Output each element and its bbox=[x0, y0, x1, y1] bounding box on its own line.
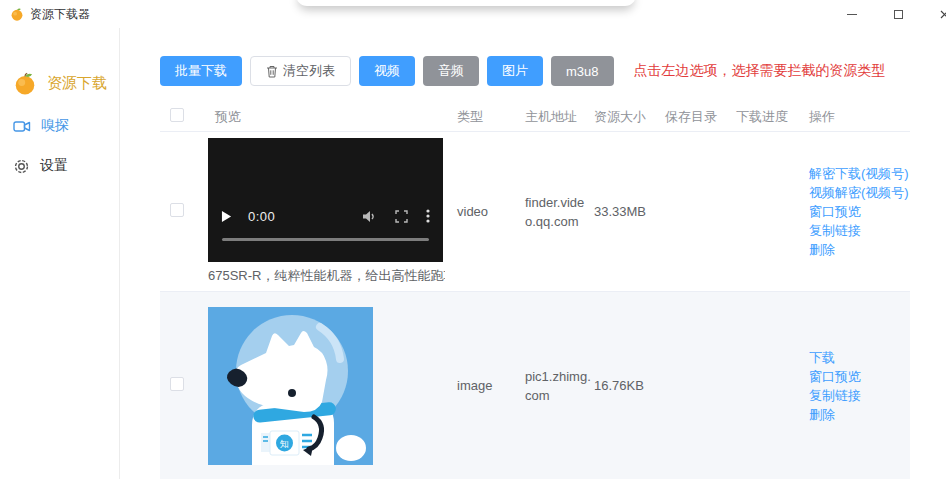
close-icon bbox=[940, 10, 946, 19]
video-time: 0:00 bbox=[248, 209, 275, 224]
video-progress-bar[interactable] bbox=[222, 238, 429, 241]
titlebar-left: 资源下载器 bbox=[10, 6, 90, 23]
action-delete[interactable]: 删除 bbox=[809, 240, 910, 259]
orange-logo-icon bbox=[13, 71, 37, 95]
header-type: 类型 bbox=[452, 108, 525, 126]
toolbar: 批量下载 清空列表 视频 音频 图片 m3u8 点击左边选项，选择需要拦截的资源… bbox=[160, 56, 946, 86]
minimize-icon bbox=[847, 14, 857, 15]
filter-video-button[interactable]: 视频 bbox=[359, 56, 415, 86]
cell-host: pic1.zhimg.com bbox=[525, 367, 594, 405]
video-controls-bar: 0:00 bbox=[208, 203, 443, 229]
action-decrypt-download[interactable]: 解密下载(视频号) bbox=[809, 164, 910, 183]
clear-list-button[interactable]: 清空列表 bbox=[250, 56, 351, 86]
action-download[interactable]: 下载 bbox=[809, 348, 910, 367]
cell-size: 33.33MB bbox=[594, 204, 665, 219]
video-preview-player[interactable]: 0:00 bbox=[208, 138, 443, 262]
select-all-checkbox[interactable] bbox=[170, 108, 184, 122]
minimize-button[interactable] bbox=[845, 7, 859, 21]
header-preview: 预览 bbox=[208, 108, 452, 126]
sidebar-item-resource-download[interactable]: 资源下载 bbox=[0, 60, 119, 106]
volume-icon[interactable] bbox=[362, 210, 377, 223]
header-save-dir: 保存目录 bbox=[665, 108, 736, 126]
table-row: 知 image pic1.zhimg.com 16.76KB bbox=[160, 292, 910, 479]
video-caption: 675SR-R，纯粹性能机器，给出高性能跑车的标 bbox=[208, 267, 445, 285]
maximize-button[interactable] bbox=[891, 7, 905, 21]
action-window-preview[interactable]: 窗口预览 bbox=[809, 202, 910, 221]
sidebar-item-sniff[interactable]: 嗅探 bbox=[0, 106, 119, 146]
header-host: 主机地址 bbox=[525, 107, 594, 126]
top-shadow-decoration bbox=[296, 0, 636, 6]
sidebar-item-label: 资源下载 bbox=[47, 74, 107, 93]
gear-icon bbox=[13, 158, 30, 175]
titlebar: 资源下载器 bbox=[0, 0, 946, 28]
header-operations: 操作 bbox=[809, 108, 910, 126]
preview-cell: 知 bbox=[208, 307, 452, 465]
cell-size: 16.76KB bbox=[594, 378, 665, 393]
cell-type: video bbox=[452, 204, 525, 219]
header-size: 资源大小 bbox=[594, 108, 665, 126]
cell-host: finder.video.qq.com bbox=[525, 193, 594, 231]
resource-table: 预览 类型 主机地址 资源大小 保存目录 下载进度 操作 bbox=[160, 102, 910, 479]
close-button[interactable] bbox=[937, 7, 946, 21]
filter-m3u8-button[interactable]: m3u8 bbox=[551, 56, 614, 86]
maximize-icon bbox=[894, 10, 903, 19]
sidebar-item-label: 设置 bbox=[40, 157, 68, 175]
action-window-preview[interactable]: 窗口预览 bbox=[809, 367, 910, 386]
table-header: 预览 类型 主机地址 资源大小 保存目录 下载进度 操作 bbox=[160, 102, 910, 132]
sidebar: 资源下载 嗅探 设置 bbox=[0, 28, 120, 479]
zhihu-badge-text: 知 bbox=[280, 438, 289, 448]
overflow-menu-icon[interactable] bbox=[426, 209, 430, 223]
row-checkbox[interactable] bbox=[170, 203, 184, 217]
fullscreen-icon[interactable] bbox=[395, 210, 408, 223]
trash-icon bbox=[266, 65, 278, 78]
image-preview-zhihu-mascot[interactable]: 知 bbox=[208, 307, 373, 465]
video-camera-icon bbox=[13, 119, 31, 134]
action-delete[interactable]: 删除 bbox=[809, 405, 910, 424]
operations-cell: 下载 窗口预览 复制链接 删除 bbox=[809, 348, 910, 424]
action-copy-link[interactable]: 复制链接 bbox=[809, 221, 910, 240]
clear-list-label: 清空列表 bbox=[283, 62, 335, 80]
batch-download-button[interactable]: 批量下载 bbox=[160, 56, 242, 86]
cell-type: image bbox=[452, 378, 525, 393]
row-checkbox[interactable] bbox=[170, 377, 184, 391]
sidebar-item-label: 嗅探 bbox=[41, 117, 69, 135]
app-icon bbox=[10, 7, 24, 21]
sidebar-item-settings[interactable]: 设置 bbox=[0, 146, 119, 186]
operations-cell: 解密下载(视频号) 视频解密(视频号) 窗口预览 复制链接 删除 bbox=[809, 164, 910, 259]
content-area: 资源下载 嗅探 设置 bbox=[0, 28, 946, 479]
window-controls bbox=[845, 7, 946, 21]
main-panel: 批量下载 清空列表 视频 音频 图片 m3u8 点击左边选项，选择需要拦截的资源… bbox=[120, 28, 946, 479]
app-title: 资源下载器 bbox=[30, 6, 90, 23]
filter-hint: 点击左边选项，选择需要拦截的资源类型 bbox=[634, 62, 886, 80]
app-window: 资源下载器 资源下载 bbox=[0, 0, 946, 479]
preview-cell: 0:00 bbox=[208, 138, 452, 285]
filter-audio-button[interactable]: 音频 bbox=[423, 56, 479, 86]
action-video-decrypt[interactable]: 视频解密(视频号) bbox=[809, 183, 910, 202]
header-progress: 下载进度 bbox=[736, 108, 809, 126]
filter-image-button[interactable]: 图片 bbox=[487, 56, 543, 86]
action-copy-link[interactable]: 复制链接 bbox=[809, 386, 910, 405]
table-row: 0:00 bbox=[160, 132, 910, 292]
play-icon[interactable] bbox=[221, 210, 232, 223]
